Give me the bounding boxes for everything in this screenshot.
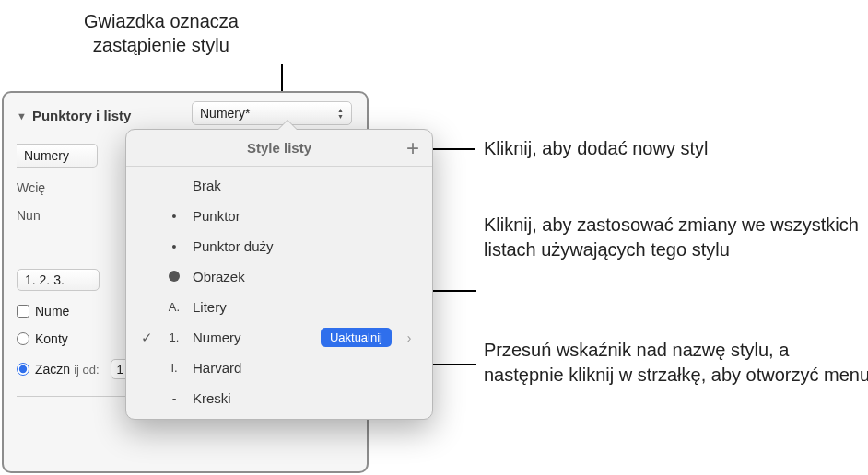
list-style-option[interactable]: Obrazek (126, 261, 432, 292)
tiered-checkbox[interactable] (17, 305, 29, 318)
checkmark-icon: ✓ (137, 330, 156, 346)
list-style-popover: Style listy + Brak•Punktor•Punktor dużyO… (125, 129, 433, 420)
list-style-option[interactable]: I.Harvard (126, 353, 432, 383)
radio-continue[interactable] (17, 332, 29, 345)
list-style-option[interactable]: ✓1.NumeryUaktualnij› (126, 322, 432, 353)
leader-arrow (430, 364, 476, 365)
style-bullet-icon: A. (165, 300, 183, 314)
numbered-type-select[interactable]: Numery (17, 144, 98, 168)
number-format-select[interactable]: 1. 2. 3. (17, 269, 100, 291)
style-bullet-icon: I. (165, 361, 183, 375)
annotation-update: Kliknij, aby zastosować zmiany we wszyst… (484, 213, 868, 262)
style-option-label: Obrazek (193, 269, 417, 284)
section-title: Punktory i listy (32, 108, 132, 123)
list-style-option[interactable]: -Kreski (126, 383, 432, 413)
list-style-value: Numery* (200, 106, 250, 121)
style-option-label: Punktor (193, 208, 417, 224)
style-bullet-icon: • (165, 239, 183, 254)
style-option-label: Harvard (193, 360, 417, 376)
list-style-option[interactable]: A.Litery (126, 292, 432, 322)
annotation-top: Gwiazdka oznacza zastąpienie stylu (55, 9, 267, 57)
style-bullet-icon: • (165, 209, 183, 224)
style-option-label: Litery (193, 299, 417, 315)
updown-caret-icon: ▲▼ (337, 108, 344, 120)
update-style-button[interactable]: Uaktualnij (321, 328, 392, 347)
style-option-label: Punktor duży (193, 238, 417, 254)
annotation-arrow: Przesuń wskaźnik nad nazwę stylu, a nast… (484, 338, 868, 388)
list-style-select[interactable]: Numery* ▲▼ (192, 101, 352, 125)
disclosure-triangle-icon[interactable]: ▼ (17, 110, 27, 122)
style-bullet-icon: - (165, 391, 183, 406)
style-option-label: Numery (193, 330, 311, 345)
style-option-label: Kreski (193, 390, 417, 406)
chevron-right-icon[interactable]: › (401, 330, 417, 345)
style-option-label: Brak (193, 178, 417, 193)
list-style-option[interactable]: Brak (126, 170, 432, 201)
style-bullet-icon (165, 270, 183, 284)
popover-header: Style listy + (126, 130, 432, 167)
list-style-option[interactable]: •Punktor duży (126, 231, 432, 261)
add-style-button[interactable]: + (406, 135, 419, 161)
style-bullet-icon: 1. (165, 330, 183, 344)
list-style-option[interactable]: •Punktor (126, 201, 432, 231)
annotation-add: Kliknij, aby dodać nowy styl (484, 136, 868, 161)
radio-start-from[interactable] (17, 363, 29, 376)
popover-list: Brak•Punktor•Punktor dużyObrazekA.Litery… (126, 167, 432, 417)
